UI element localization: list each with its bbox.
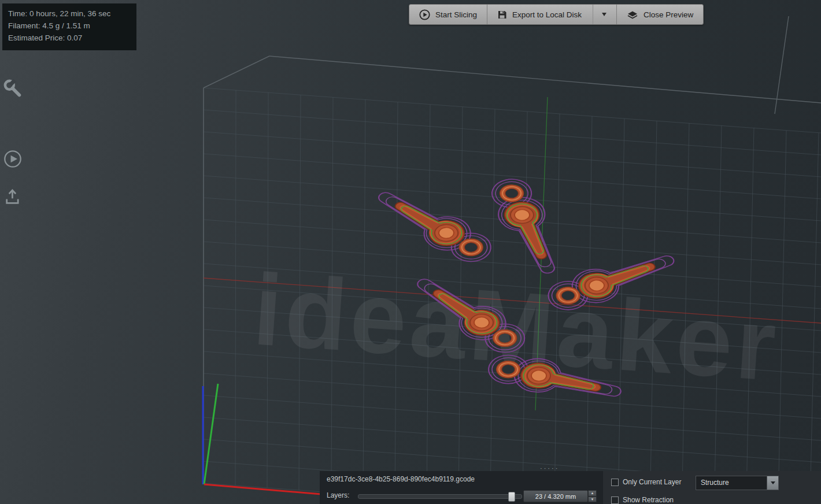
show-retraction-checkbox[interactable] <box>611 496 619 504</box>
estimated-price: Estimated Price: 0.07 <box>8 32 131 45</box>
close-preview-button[interactable]: Close Preview <box>616 5 703 24</box>
show-retraction-label: Show Retraction <box>623 496 674 504</box>
export-to-local-disk-button[interactable]: Export to Local Disk <box>487 5 616 24</box>
preview-toolbar: Start Slicing Export to Local Disk Close… <box>409 4 704 25</box>
layer-slider[interactable] <box>358 492 521 500</box>
layer-value-field[interactable]: 23 / 4.320 mm <box>523 490 588 502</box>
print-stats-panel: Time: 0 hours, 22 min, 36 sec Filament: … <box>2 3 136 50</box>
only-current-layer-label: Only Current Layer <box>623 478 681 486</box>
layer-slider-track[interactable] <box>358 494 522 499</box>
printed-model-1[interactable] <box>366 181 501 269</box>
structure-select-arrow-button[interactable] <box>767 476 778 490</box>
layer-spin-down-button[interactable]: ▼ <box>588 496 597 503</box>
preview-options-panel: Only Current Layer Show Retraction Struc… <box>603 471 821 504</box>
export-label: Export to Local Disk <box>512 10 582 19</box>
viewport-3d[interactable]: ideaMaker <box>0 0 821 504</box>
layers-label: Layers: <box>327 491 349 499</box>
settings-wrench-icon[interactable] <box>3 79 22 98</box>
chevron-down-icon <box>771 481 775 484</box>
structure-select[interactable]: Structure <box>696 476 779 490</box>
build-volume-edges <box>204 16 821 483</box>
y-axis <box>204 384 218 484</box>
start-print-icon[interactable] <box>3 149 22 169</box>
print-time: Time: 0 hours, 22 min, 36 sec <box>8 8 131 20</box>
save-disk-icon <box>497 10 507 20</box>
export-dropdown-chevron-icon[interactable] <box>602 13 606 16</box>
layer-spin-up-button[interactable]: ▲ <box>588 490 597 496</box>
close-preview-label: Close Preview <box>644 10 693 19</box>
gcode-filename: e39f17dc-3ce8-4b25-869d-890fec4b9119.gco… <box>327 475 475 483</box>
start-slicing-label: Start Slicing <box>435 10 477 19</box>
export-upload-icon[interactable] <box>3 187 22 207</box>
only-current-layer-option[interactable]: Only Current Layer <box>611 478 681 486</box>
layer-preview-panel: e39f17dc-3ce8-4b25-869d-890fec4b9119.gco… <box>320 471 603 504</box>
start-slicing-button[interactable]: Start Slicing <box>409 5 487 24</box>
layers-icon <box>627 9 638 20</box>
layer-spinner: ▲ ▼ <box>588 490 597 502</box>
left-toolbar <box>3 79 27 209</box>
play-circle-icon <box>419 9 430 20</box>
only-current-layer-checkbox[interactable] <box>611 479 619 486</box>
structure-select-value: Structure <box>696 476 767 490</box>
show-retraction-option[interactable]: Show Retraction <box>611 496 674 504</box>
layer-slider-handle[interactable] <box>508 492 515 502</box>
export-separator <box>593 5 593 24</box>
filament-usage: Filament: 4.5 g / 1.51 m <box>8 20 131 32</box>
